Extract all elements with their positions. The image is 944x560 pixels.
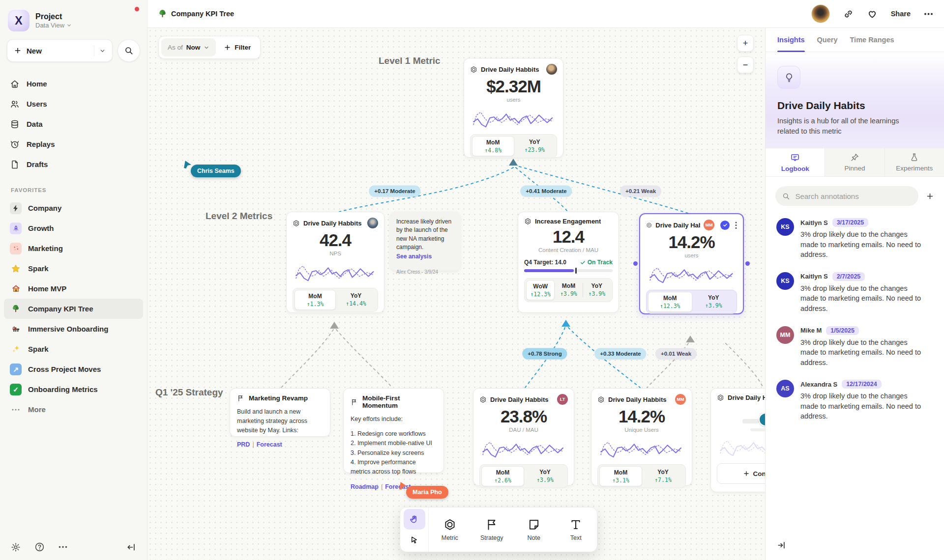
help-icon[interactable] <box>34 542 45 552</box>
lightbulb-icon <box>777 66 800 89</box>
sidebar-item-marketing[interactable]: Marketing <box>4 238 143 258</box>
yoy-chip[interactable]: YoY↑14.4% <box>336 290 376 310</box>
owner-badge[interactable]: MM <box>704 220 714 230</box>
sidebar-item-data[interactable]: Data <box>4 114 143 134</box>
new-button[interactable]: New <box>7 39 113 62</box>
project-switcher[interactable]: X Project Data View <box>0 0 147 39</box>
search-annotations-field[interactable] <box>775 186 918 206</box>
mom-chip[interactable]: MoM↑2.6% <box>481 466 524 486</box>
hand-tool-button[interactable] <box>404 509 425 530</box>
settings-gear-icon[interactable] <box>11 542 21 552</box>
zoom-in-button[interactable]: + <box>737 35 754 52</box>
yoy-chip[interactable]: YoY↑3.9% <box>524 466 566 486</box>
user-avatar[interactable] <box>811 4 830 23</box>
sidebar-item-drafts[interactable]: Drafts <box>4 154 143 174</box>
sidebar-item-spark-2[interactable]: Spark <box>4 339 143 359</box>
tab-time-ranges[interactable]: Time Ranges <box>850 28 894 52</box>
sidebar-item-home[interactable]: Home <box>4 74 143 94</box>
mom-chip[interactable]: MoM↑1.3% <box>295 290 336 310</box>
sidebar-item-home-mvp[interactable]: Home MVP <box>4 279 143 299</box>
zoom-out-button[interactable]: − <box>737 56 754 73</box>
see-analysis-link[interactable]: See analysis <box>396 252 432 261</box>
chevron-down-icon[interactable] <box>99 48 106 54</box>
annotation-item[interactable]: KS Kaitlyn S 3/17/2025 3% drop likely du… <box>766 210 944 264</box>
plus-icon <box>224 44 231 51</box>
annotation-item[interactable]: AS Alexandra S 12/17/2024 3% drop likely… <box>766 371 944 425</box>
filter-button[interactable]: Filter <box>217 44 258 51</box>
subtab-logbook[interactable]: Logbook <box>766 148 825 176</box>
sidebar-item-immersive-onboarding[interactable]: Immersive Onboarding <box>4 319 143 339</box>
yoy-chip[interactable]: YoY↑3.9% <box>583 280 611 300</box>
subtab-experiments[interactable]: Experiments <box>885 148 944 176</box>
owner-badge[interactable]: MM <box>675 394 686 405</box>
sidebar-item-company-kpi-tree[interactable]: Company KPI Tree <box>4 299 143 319</box>
delta-chips: MoM↑2.6% YoY↑3.9% <box>479 464 568 488</box>
more-label: More <box>28 405 46 414</box>
flask-icon <box>910 153 919 162</box>
yoy-chip[interactable]: YoY↑23.9% <box>514 136 556 156</box>
more-options-icon[interactable] <box>924 13 933 15</box>
copy-link-icon[interactable] <box>843 9 854 19</box>
strategy-card-marketing-revamp[interactable]: Marketing Revamp Build and launch a new … <box>230 388 330 437</box>
connect-button[interactable]: Connect <box>717 463 765 484</box>
metric-card-unique-users[interactable]: Drive Daily Habbits MM 14.2% Unique User… <box>591 388 692 486</box>
favorite-heart-icon[interactable] <box>867 8 878 19</box>
tab-query[interactable]: Query <box>817 28 838 52</box>
owner-badge[interactable]: LT <box>557 394 568 405</box>
tab-insights[interactable]: Insights <box>777 28 805 52</box>
annotation-item[interactable]: KS Kaitlyn S 2/7/2025 3% drop likely due… <box>766 264 944 318</box>
metric-card-l1[interactable]: Drive Daily Habbits $2.32M users MoM↑4.8… <box>464 58 563 158</box>
data-view-switcher[interactable]: Data View <box>35 22 72 29</box>
as-of-dropdown[interactable]: As of Now <box>161 38 216 56</box>
owner-avatar[interactable] <box>546 64 557 75</box>
mom-chip[interactable]: MoM↑3.9% <box>555 280 582 300</box>
metric-card-l2-nps[interactable]: Drive Daily Habbits 42.4 NPS MoM↑1.3% Yo… <box>286 212 384 313</box>
sidebar-item-company[interactable]: Company <box>4 198 143 218</box>
metric-card-unconnected[interactable]: Drive Daily Hab Connect <box>710 388 765 492</box>
metric-hexagon-icon <box>443 518 456 531</box>
wow-chip[interactable]: WoW↑12.3% <box>526 280 555 300</box>
prd-link[interactable]: PRD <box>237 441 250 448</box>
collapse-sidebar-icon[interactable] <box>126 542 136 552</box>
note-tool-button[interactable]: Note <box>513 507 555 552</box>
subtab-pinned[interactable]: Pinned <box>825 148 884 176</box>
share-button[interactable]: Share <box>891 10 911 18</box>
sidebar-item-spark[interactable]: Spark <box>4 258 143 279</box>
metric-card-dau-mau[interactable]: Drive Daily Habbits LT 23.8% DAU / MAU M… <box>473 388 574 486</box>
note-card[interactable]: Increase likely driven by the launch of … <box>390 212 460 271</box>
annotation-author: Alexandra S <box>800 381 837 388</box>
favorite-item-label: Onboarding Metrics <box>28 385 98 393</box>
sidebar-item-onboarding-metrics[interactable]: ✓ Onboarding Metrics <box>4 379 143 399</box>
annotation-item[interactable]: MM Mike M 1/5/2025 3% drop likely due to… <box>766 318 944 372</box>
metric-card-engagement[interactable]: Increase Engagement 12.4 Content Creatio… <box>518 212 619 313</box>
forecast-link[interactable]: Forecast <box>257 441 282 448</box>
sidebar-item-cross-project-moves[interactable]: ↗ Cross Project Moves <box>4 359 143 379</box>
text-tool-button[interactable]: Text <box>555 507 597 552</box>
add-annotation-icon[interactable] <box>926 192 934 200</box>
metric-target-icon <box>524 218 531 225</box>
search-button[interactable] <box>118 39 140 62</box>
metric-card-selected[interactable]: Drive Daily Habb.. MM 14.2% users MoM↑12… <box>639 213 744 314</box>
mom-chip[interactable]: MoM↑3.1% <box>599 466 642 486</box>
owner-avatar[interactable] <box>367 218 378 228</box>
yoy-chip[interactable]: YoY↑3.9% <box>692 292 736 312</box>
kpi-tree-canvas[interactable]: As of Now Filter + − Level 1 Metric Leve… <box>148 28 765 560</box>
selection-handle[interactable] <box>633 261 638 266</box>
mom-chip[interactable]: MoM↑12.3% <box>648 292 692 312</box>
sidebar-item-growth[interactable]: Growth <box>4 218 143 238</box>
kebab-menu-icon[interactable] <box>735 222 737 229</box>
select-tool-button[interactable] <box>404 530 425 550</box>
sidebar-item-more[interactable]: More <box>4 399 143 420</box>
selection-handle[interactable] <box>745 261 750 266</box>
yoy-chip[interactable]: YoY↑7.1% <box>642 466 684 486</box>
strategy-tool-button[interactable]: Strategy <box>471 507 513 552</box>
collapse-panel-icon[interactable] <box>776 540 786 552</box>
sidebar-item-users[interactable]: Users <box>4 94 143 114</box>
mom-chip[interactable]: MoM↑4.8% <box>472 136 514 156</box>
metric-tool-button[interactable]: Metric <box>429 507 471 552</box>
search-annotations-input[interactable] <box>794 192 912 201</box>
roadmap-link[interactable]: Roadmap <box>351 483 379 490</box>
strategy-card-mobile-first[interactable]: Mobile-First Momentum Key efforts includ… <box>343 388 444 473</box>
sidebar-item-replays[interactable]: Replays <box>4 134 143 154</box>
more-options-icon[interactable] <box>59 546 67 548</box>
